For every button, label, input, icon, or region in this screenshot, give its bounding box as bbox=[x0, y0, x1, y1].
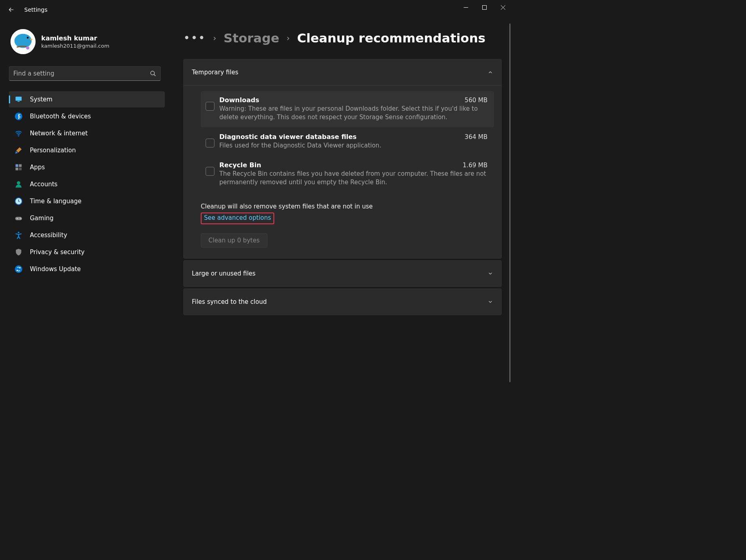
item-size: 1.69 MB bbox=[463, 162, 488, 169]
checkbox[interactable] bbox=[206, 102, 214, 111]
avatar bbox=[11, 29, 36, 54]
section-temporary-files: Temporary files Downloads 560 MB Warning… bbox=[183, 59, 502, 259]
minimize-button[interactable] bbox=[456, 0, 475, 15]
chevron-down-icon bbox=[488, 271, 493, 276]
item-size: 560 MB bbox=[464, 97, 488, 104]
sidebar-item-privacy[interactable]: Privacy & security bbox=[9, 244, 165, 260]
sidebar-item-system[interactable]: System bbox=[9, 91, 165, 107]
svg-point-7 bbox=[151, 71, 154, 75]
item-description: The Recycle Bin contains files you have … bbox=[219, 170, 488, 187]
svg-point-22 bbox=[18, 232, 19, 233]
svg-rect-15 bbox=[19, 168, 22, 171]
chevron-right-icon: › bbox=[286, 33, 290, 43]
section-header-temporary-files[interactable]: Temporary files bbox=[184, 59, 501, 85]
sidebar-item-label: Gaming bbox=[30, 215, 54, 222]
minimize-icon bbox=[464, 5, 468, 10]
user-name: kamlesh kumar bbox=[41, 34, 109, 42]
breadcrumb-storage-link[interactable]: Storage bbox=[224, 31, 279, 45]
item-title: Downloads bbox=[219, 96, 259, 104]
sidebar-item-time[interactable]: Time & language bbox=[9, 193, 165, 209]
section-header-synced-files[interactable]: Files synced to the cloud bbox=[184, 289, 501, 315]
nav-list: SystemBluetooth & devicesNetwork & inter… bbox=[9, 91, 165, 277]
svg-point-6 bbox=[26, 46, 29, 50]
svg-point-23 bbox=[15, 265, 22, 273]
section-body: Downloads 560 MB Warning: These are file… bbox=[184, 85, 501, 258]
item-title: Diagnostic data viewer database files bbox=[219, 133, 357, 141]
close-icon bbox=[501, 5, 505, 10]
profile-block[interactable]: kamlesh kumar kamlesh2011@gmail.com bbox=[9, 29, 165, 54]
svg-point-20 bbox=[20, 218, 21, 219]
cleanup-item-recycle[interactable]: Recycle Bin 1.69 MB The Recycle Bin cont… bbox=[201, 156, 494, 192]
close-button[interactable] bbox=[494, 0, 512, 15]
accessibility-icon bbox=[15, 231, 23, 239]
cleanup-item-diag[interactable]: Diagnostic data viewer database files 36… bbox=[201, 128, 494, 156]
cleanup-item-downloads[interactable]: Downloads 560 MB Warning: These are file… bbox=[201, 91, 494, 127]
svg-rect-8 bbox=[16, 97, 22, 101]
sidebar-item-accessibility[interactable]: Accessibility bbox=[9, 227, 165, 243]
see-advanced-options-link[interactable]: See advanced options bbox=[201, 213, 274, 224]
svg-rect-0 bbox=[482, 5, 486, 9]
section-synced-files: Files synced to the cloud bbox=[183, 288, 502, 315]
search-box[interactable] bbox=[9, 66, 161, 81]
section-header-large-files[interactable]: Large or unused files bbox=[184, 261, 501, 286]
clock-icon bbox=[15, 197, 23, 205]
shield-icon bbox=[15, 248, 23, 256]
scrollbar[interactable] bbox=[509, 23, 511, 382]
section-large-files: Large or unused files bbox=[183, 260, 502, 287]
sidebar-item-update[interactable]: Windows Update bbox=[9, 261, 165, 277]
sidebar-item-gaming[interactable]: Gaming bbox=[9, 210, 165, 226]
breadcrumb-more-button[interactable]: ••• bbox=[183, 36, 206, 40]
section-title: Large or unused files bbox=[192, 270, 256, 277]
sidebar-item-personalization[interactable]: Personalization bbox=[9, 142, 165, 158]
monitor-icon bbox=[15, 95, 23, 103]
svg-rect-9 bbox=[18, 101, 20, 102]
sidebar-item-bluetooth[interactable]: Bluetooth & devices bbox=[9, 108, 165, 124]
sidebar-item-label: System bbox=[30, 96, 53, 103]
sidebar-item-network[interactable]: Network & internet bbox=[9, 125, 165, 141]
section-title: Temporary files bbox=[192, 69, 238, 76]
checkbox[interactable] bbox=[206, 139, 214, 147]
item-description: Files used for the Diagnostic Data Viewe… bbox=[219, 141, 488, 150]
chevron-up-icon bbox=[488, 69, 493, 75]
person-icon bbox=[15, 180, 23, 188]
search-input[interactable] bbox=[13, 70, 150, 77]
content-pane: ••• › Storage › Cleanup recommendations … bbox=[170, 19, 512, 385]
svg-rect-12 bbox=[16, 164, 19, 167]
sidebar-item-label: Accessibility bbox=[30, 232, 67, 239]
svg-rect-13 bbox=[19, 164, 22, 167]
arrow-left-icon bbox=[8, 6, 15, 13]
maximize-icon bbox=[482, 5, 487, 10]
search-icon bbox=[150, 70, 156, 77]
sidebar-item-apps[interactable]: Apps bbox=[9, 159, 165, 175]
svg-point-16 bbox=[17, 181, 20, 185]
wifi-icon bbox=[15, 129, 23, 137]
svg-point-21 bbox=[21, 219, 21, 219]
avatar-bird-icon bbox=[11, 29, 36, 54]
sidebar: kamlesh kumar kamlesh2011@gmail.com Syst… bbox=[0, 19, 170, 385]
sidebar-item-label: Bluetooth & devices bbox=[30, 113, 91, 120]
checkbox[interactable] bbox=[206, 167, 214, 176]
svg-point-4 bbox=[27, 37, 28, 38]
apps-icon bbox=[15, 163, 23, 171]
item-size: 364 MB bbox=[464, 133, 488, 141]
app-title: Settings bbox=[24, 6, 47, 13]
sidebar-item-label: Apps bbox=[30, 164, 45, 171]
chevron-down-icon bbox=[488, 299, 493, 305]
window-controls bbox=[456, 0, 512, 15]
sidebar-item-label: Personalization bbox=[30, 147, 76, 154]
clean-up-button[interactable]: Clean up 0 bytes bbox=[201, 233, 267, 248]
title-bar: Settings bbox=[0, 0, 512, 19]
svg-rect-14 bbox=[16, 168, 19, 171]
maximize-button[interactable] bbox=[475, 0, 494, 15]
svg-point-11 bbox=[18, 135, 19, 137]
brush-icon bbox=[15, 146, 23, 154]
bluetooth-icon bbox=[15, 112, 23, 120]
cleanup-note: Cleanup will also remove system files th… bbox=[201, 203, 494, 210]
section-title: Files synced to the cloud bbox=[192, 298, 267, 305]
sidebar-item-label: Privacy & security bbox=[30, 248, 84, 256]
sync-icon bbox=[15, 265, 23, 273]
sidebar-item-accounts[interactable]: Accounts bbox=[9, 176, 165, 192]
back-button[interactable] bbox=[3, 2, 19, 18]
item-description: Warning: These are files in your persona… bbox=[219, 105, 488, 122]
sidebar-item-label: Windows Update bbox=[30, 265, 81, 273]
